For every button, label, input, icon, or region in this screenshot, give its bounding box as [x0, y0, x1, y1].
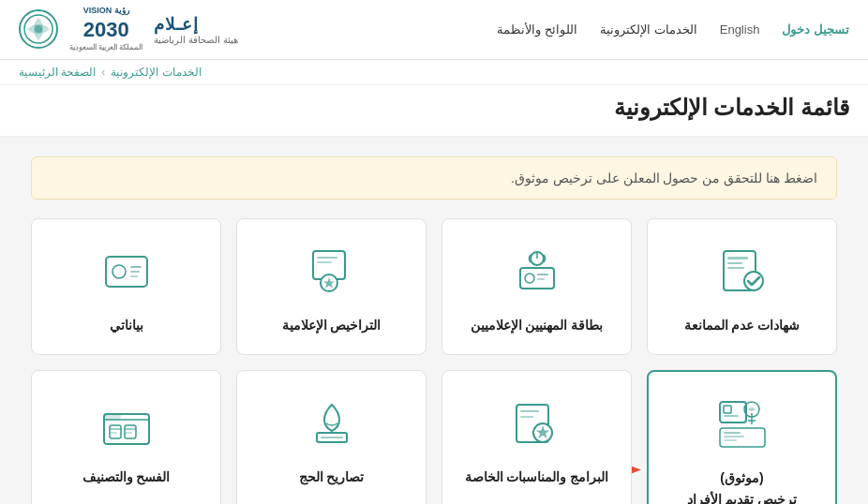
services-link[interactable]: الخدمات الإلكترونية — [600, 22, 697, 37]
service-card-programs-events[interactable]: البرامج والمناسبات الخاصة — [441, 370, 632, 504]
brand-logo: إعـلام هيئة الصحافة الرياضية — [154, 14, 238, 45]
service-icon-mawthooq — [712, 394, 772, 454]
service-card-hajj-permits[interactable]: تصاريح الحج — [236, 370, 427, 504]
svg-rect-19 — [130, 271, 140, 273]
svg-rect-5 — [727, 267, 744, 269]
service-icon-hajj-permits — [302, 393, 362, 453]
service-icon-no-objection — [712, 242, 772, 302]
svg-point-9 — [525, 274, 534, 283]
login-link[interactable]: تسجيل دخول — [782, 22, 849, 37]
service-label-classification: الفسح والتصنيف — [82, 467, 171, 487]
breadcrumb-separator: › — [101, 66, 105, 79]
service-icon-media-licenses — [302, 242, 362, 302]
svg-rect-41 — [110, 432, 117, 434]
regulations-link[interactable]: اللوائح والأنظمة — [497, 22, 577, 37]
breadcrumb-services[interactable]: الخدمات الإلكترونية — [111, 66, 201, 79]
svg-rect-39 — [110, 428, 121, 430]
svg-rect-3 — [727, 257, 748, 259]
vision-logo: رؤية VISION 2030 المملكة العربية السعودي… — [69, 6, 142, 53]
service-label-my-data: بياناتي — [110, 315, 143, 335]
service-label-journalist-card: بطاقة المهنيين الإعلاميين — [471, 315, 604, 335]
service-icon-journalist-card — [507, 242, 567, 302]
service-card-mawthooq[interactable]: (موثوق)ترخيص تقديم الأفراد للمحتوى الإعل… — [647, 370, 837, 504]
page-title-bar: قائمة الخدمات الإلكترونية — [0, 85, 868, 138]
svg-rect-22 — [724, 406, 731, 413]
svg-rect-10 — [537, 274, 548, 275]
notice-banner[interactable]: اضغط هنا للتحقق من حصول المعلن على ترخيص… — [31, 156, 837, 200]
svg-rect-23 — [724, 415, 739, 417]
svg-rect-31 — [520, 410, 539, 412]
breadcrumb: الخدمات الإلكترونية › الصفحة الرئيسية — [0, 60, 868, 85]
svg-rect-14 — [317, 261, 332, 263]
svg-rect-4 — [727, 262, 742, 264]
svg-rect-20 — [130, 275, 138, 277]
vision-subtitle: المملكة العربية السعودية — [69, 43, 142, 52]
svg-rect-28 — [724, 439, 737, 441]
svg-rect-32 — [520, 416, 533, 418]
svg-rect-42 — [125, 432, 132, 434]
service-label-media-licenses: التراخيص الإعلامية — [282, 315, 382, 335]
main-content: اضغط هنا للتحقق من حصول المعلن على ترخيص… — [12, 138, 856, 504]
service-icon-classification — [97, 393, 157, 453]
page-title: قائمة الخدمات الإلكترونية — [19, 95, 849, 121]
header-nav: تسجيل دخول English الخدمات الإلكترونية ا… — [497, 22, 849, 37]
breadcrumb-home[interactable]: الصفحة الرئيسية — [19, 66, 96, 79]
service-label-hajj-permits: تصاريح الحج — [299, 467, 365, 487]
vision-year: 2030 — [69, 17, 142, 44]
vision-emblem — [19, 9, 58, 49]
svg-point-1 — [35, 25, 42, 33]
logo-area: إعـلام هيئة الصحافة الرياضية رؤية VISION… — [19, 6, 238, 53]
service-card-classification[interactable]: الفسح والتصنيف — [31, 370, 221, 504]
brand-subtitle: هيئة الصحافة الرياضية — [154, 35, 238, 45]
english-link[interactable]: English — [720, 22, 760, 37]
service-label-no-objection: شهادات عدم الممانعة — [684, 315, 801, 335]
svg-rect-40 — [125, 428, 136, 430]
service-icon-programs-events — [507, 393, 567, 453]
service-icon-my-data — [97, 242, 157, 302]
service-card-no-objection[interactable]: شهادات عدم الممانعة — [647, 218, 837, 355]
svg-rect-13 — [317, 257, 337, 259]
brand-name: إعـلام — [154, 14, 199, 35]
service-card-journalist-card[interactable]: بطاقة المهنيين الإعلاميين — [441, 218, 632, 355]
header: تسجيل دخول English الخدمات الإلكترونية ا… — [0, 0, 868, 60]
service-card-my-data[interactable]: بياناتي — [31, 218, 221, 355]
vision-text: رؤية VISION — [69, 6, 142, 17]
svg-rect-18 — [130, 266, 142, 268]
services-grid: شهادات عدم الممانعة بطاقة المهنيين الإعل… — [31, 218, 837, 504]
svg-rect-26 — [724, 432, 741, 434]
emblem-icon — [22, 13, 54, 45]
svg-point-17 — [112, 265, 126, 278]
service-label-mawthooq: (موثوق)ترخيص تقديم الأفراد للمحتوى الإعل… — [664, 467, 820, 504]
svg-rect-11 — [537, 278, 545, 280]
svg-rect-35 — [321, 437, 343, 438]
service-label-programs-events: البرامج والمناسبات الخاصة — [465, 467, 609, 487]
service-card-media-licenses[interactable]: التراخيص الإعلامية — [236, 218, 427, 355]
svg-rect-27 — [724, 436, 744, 437]
